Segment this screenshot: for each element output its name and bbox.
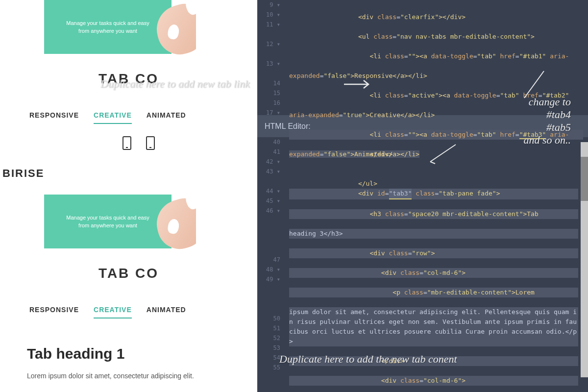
phone-caption-1: Manage your tasks quick and easy bbox=[66, 19, 149, 27]
code-editor-panel: 9 ▾ 10 ▾ 11 ▾ 12 ▾ 13 ▾ 14 15 16 17 ▾ <d… bbox=[257, 0, 588, 392]
tab-animated-2[interactable]: ANIMATED bbox=[147, 306, 186, 318]
scroll-thumb[interactable] bbox=[581, 157, 588, 201]
tab-animated[interactable]: ANIMATED bbox=[147, 111, 186, 124]
phone-icon[interactable] bbox=[146, 136, 155, 150]
tab-responsive-2[interactable]: RESPONSIVE bbox=[29, 306, 79, 318]
phone-caption-2: from anywhere you want bbox=[78, 27, 137, 35]
tab-content: Tab heading 1 Lorem ipsum dolor sit amet… bbox=[0, 318, 257, 380]
arrow-icon bbox=[343, 78, 372, 91]
hand-image bbox=[142, 0, 196, 61]
line-gutter-2: 40 41 42 ▾ 43 ▾ 44 ▾ 45 ▾ 46 ▾ 47 48 ▾ 4… bbox=[257, 137, 284, 372]
tab-creative[interactable]: CREATIVE bbox=[94, 111, 132, 124]
device-icons bbox=[0, 136, 257, 150]
scrollbar[interactable] bbox=[581, 142, 588, 377]
code-editor-bottom[interactable]: 40 41 42 ▾ 43 ▾ 44 ▾ 45 ▾ 46 ▾ 47 48 ▾ 4… bbox=[257, 137, 588, 382]
section-heading-2: TAB CO bbox=[0, 266, 257, 281]
annotation-change-to: change to #tab4 #tab5 and so on.. bbox=[473, 96, 571, 147]
tabs-nav-2: RESPONSIVE CREATIVE ANIMATED bbox=[0, 306, 257, 318]
phone-mockup: Manage your tasks quick and easy from an… bbox=[0, 0, 196, 61]
tab-content-heading: Tab heading 1 bbox=[27, 345, 230, 362]
tab-creative-2[interactable]: CREATIVE bbox=[94, 306, 132, 318]
arrow-line-icon bbox=[519, 69, 549, 103]
line-gutter: 9 ▾ 10 ▾ 11 ▾ 12 ▾ 13 ▾ 14 15 16 17 ▾ bbox=[257, 0, 284, 118]
tab-responsive[interactable]: RESPONSIVE bbox=[29, 111, 79, 124]
tabs-nav: RESPONSIVE CREATIVE ANIMATED bbox=[0, 111, 257, 124]
phone-icon[interactable] bbox=[122, 136, 131, 150]
brand-label: BIRISE bbox=[0, 167, 257, 180]
tab-content-paragraph: Lorem ipsum dolor sit amet, consectetur … bbox=[27, 372, 230, 380]
preview-panel: Manage your tasks quick and easy from an… bbox=[0, 0, 257, 392]
annotation-duplicate-link: Duplicate here to add new tab link bbox=[100, 77, 250, 90]
phone-mockup-2: Manage your tasks quick and easy from an… bbox=[0, 195, 196, 256]
arrow-line-icon bbox=[426, 142, 461, 167]
annotation-duplicate-content: Duplicate here to add the new tab conent bbox=[279, 353, 457, 366]
